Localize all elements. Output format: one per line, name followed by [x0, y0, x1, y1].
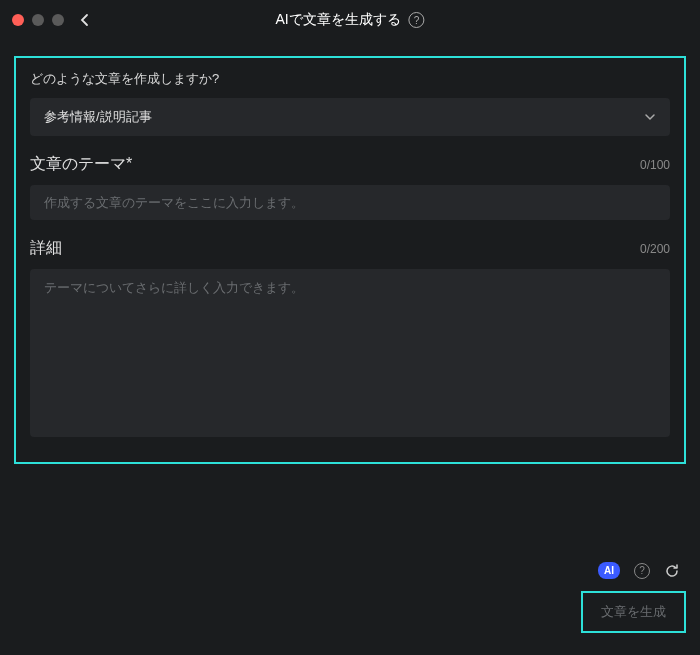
theme-label: 文章のテーマ*	[30, 154, 132, 175]
close-window-button[interactable]	[12, 14, 24, 26]
theme-input[interactable]	[30, 185, 670, 220]
detail-textarea[interactable]	[30, 269, 670, 437]
type-label: どのような文章を作成しますか?	[30, 70, 670, 88]
type-select-value: 参考情報/説明記事	[44, 108, 152, 126]
window-controls	[12, 14, 64, 26]
refresh-icon[interactable]	[664, 563, 680, 579]
minimize-window-button[interactable]	[32, 14, 44, 26]
detail-counter: 0/200	[640, 242, 670, 256]
titlebar: AIで文章を生成する ?	[0, 0, 700, 40]
window-title-group: AIで文章を生成する ?	[275, 11, 424, 29]
back-button[interactable]	[80, 13, 90, 27]
form-panel: どのような文章を作成しますか? 参考情報/説明記事 文章のテーマ* 0/100 …	[14, 56, 686, 464]
generate-button-label: 文章を生成	[601, 604, 666, 619]
type-select[interactable]: 参考情報/説明記事	[30, 98, 670, 136]
window-title: AIで文章を生成する	[275, 11, 400, 29]
chevron-left-icon	[80, 13, 90, 27]
help-icon[interactable]: ?	[634, 563, 650, 579]
chevron-down-icon	[644, 110, 656, 124]
generate-button[interactable]: 文章を生成	[581, 591, 686, 633]
help-icon[interactable]: ?	[409, 12, 425, 28]
detail-label-row: 詳細 0/200	[30, 238, 670, 259]
ai-badge-icon[interactable]: AI	[598, 562, 620, 579]
bottom-toolbar: AI ?	[598, 562, 680, 579]
detail-label: 詳細	[30, 238, 62, 259]
theme-label-row: 文章のテーマ* 0/100	[30, 154, 670, 175]
theme-counter: 0/100	[640, 158, 670, 172]
maximize-window-button[interactable]	[52, 14, 64, 26]
